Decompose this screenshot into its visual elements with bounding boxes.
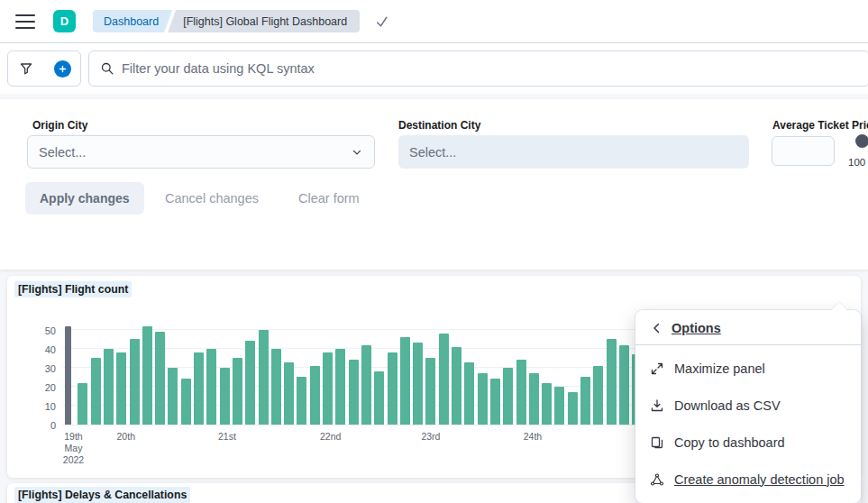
menu-header-label: Options bbox=[672, 321, 721, 335]
flight-count-bar[interactable] bbox=[310, 366, 320, 425]
flight-count-bar[interactable] bbox=[297, 377, 306, 425]
flight-count-bar[interactable] bbox=[439, 334, 449, 425]
flight-count-bar[interactable] bbox=[413, 343, 423, 425]
y-tick-label: 10 bbox=[45, 401, 56, 412]
flight-count-bar[interactable] bbox=[568, 392, 578, 425]
flight-count-bar[interactable] bbox=[91, 358, 101, 425]
flight-count-bar[interactable] bbox=[220, 368, 230, 425]
menu-item-create-anomaly-job[interactable]: Create anomaly detection job bbox=[635, 461, 861, 498]
flight-count-bar[interactable] bbox=[400, 337, 410, 425]
clear-form-button[interactable]: Clear form bbox=[298, 182, 360, 215]
flight-count-yaxis: 01020304050 bbox=[31, 317, 56, 425]
flight-count-panel-title[interactable]: [Flights] Flight count bbox=[14, 281, 132, 297]
menu-item-maximize-panel[interactable]: Maximize panel bbox=[635, 350, 861, 387]
flight-count-bar[interactable] bbox=[181, 379, 191, 425]
menu-items: Maximize panel Download as CSV Copy to d… bbox=[635, 345, 861, 498]
origin-city-label: Origin City bbox=[32, 119, 87, 132]
space-avatar-letter: D bbox=[60, 14, 69, 28]
menu-back-button[interactable]: Options bbox=[635, 310, 861, 344]
kql-search-box bbox=[88, 50, 868, 87]
flight-count-bar[interactable] bbox=[478, 373, 488, 425]
flight-count-bar[interactable] bbox=[104, 349, 114, 425]
flight-count-bar[interactable] bbox=[452, 347, 461, 425]
apply-changes-button[interactable]: Apply changes bbox=[25, 182, 144, 215]
panel-options-menu: Options Maximize panel Download as CSV C… bbox=[635, 310, 861, 503]
flight-count-bar[interactable] bbox=[142, 326, 152, 425]
flight-count-bar[interactable] bbox=[194, 352, 204, 425]
x-tick-label: 24th bbox=[524, 431, 542, 443]
flight-count-bar[interactable] bbox=[529, 373, 539, 425]
delays-panel-title[interactable]: [Flights] Delays & Cancellations bbox=[14, 487, 190, 503]
y-tick-label: 50 bbox=[45, 325, 56, 336]
destination-city-label: Destination City bbox=[398, 119, 480, 132]
chevron-left-icon bbox=[650, 321, 664, 335]
cancel-changes-button[interactable]: Cancel changes bbox=[165, 182, 259, 215]
flight-count-bar[interactable] bbox=[374, 371, 384, 425]
ml-icon bbox=[650, 472, 664, 487]
kql-search-input[interactable] bbox=[122, 61, 860, 76]
flight-count-bar[interactable] bbox=[554, 387, 564, 425]
x-tick-label: 21st bbox=[218, 431, 236, 443]
download-icon bbox=[650, 398, 664, 413]
flight-count-bar[interactable] bbox=[155, 332, 165, 425]
flight-count-bar[interactable] bbox=[580, 377, 590, 425]
x-tick-label: 19th May 2022 bbox=[63, 431, 84, 466]
top-navigation-bar: D Dashboard [Flights] Global Flight Dash… bbox=[0, 0, 868, 43]
x-tick-label: 22nd bbox=[320, 431, 341, 443]
average-ticket-price-label: Average Ticket Price bbox=[772, 119, 868, 132]
breadcrumb: Dashboard [Flights] Global Flight Dashbo… bbox=[93, 10, 360, 32]
y-tick-label: 40 bbox=[45, 344, 56, 355]
origin-city-select[interactable]: Select... bbox=[27, 135, 375, 169]
flight-count-bar[interactable] bbox=[245, 341, 255, 425]
flight-count-bar[interactable] bbox=[361, 345, 371, 425]
menu-item-download-csv[interactable]: Download as CSV bbox=[635, 387, 861, 424]
flight-count-bar[interactable] bbox=[116, 352, 126, 425]
maximize-icon bbox=[650, 361, 664, 376]
flight-count-bar[interactable] bbox=[78, 383, 87, 425]
copy-icon bbox=[650, 435, 664, 450]
flight-count-bar[interactable] bbox=[607, 339, 617, 425]
space-avatar[interactable]: D bbox=[53, 10, 76, 32]
ticket-price-min-input[interactable] bbox=[772, 136, 835, 166]
flight-count-bar[interactable] bbox=[65, 326, 71, 425]
y-tick-label: 20 bbox=[45, 382, 56, 393]
flight-count-bar[interactable] bbox=[464, 362, 474, 425]
filter-icon bbox=[19, 61, 33, 76]
flight-count-bar[interactable] bbox=[168, 368, 178, 425]
ticket-price-slider-thumb[interactable] bbox=[855, 134, 868, 148]
flight-count-bar[interactable] bbox=[233, 358, 242, 425]
x-tick-label: 20th bbox=[117, 431, 135, 443]
flight-count-bar[interactable] bbox=[619, 345, 629, 425]
flight-count-bar[interactable] bbox=[130, 339, 140, 425]
x-tick-label: 23rd bbox=[421, 431, 440, 443]
flight-count-bar[interactable] bbox=[284, 362, 294, 425]
flight-count-bar[interactable] bbox=[542, 383, 552, 425]
flight-count-bar[interactable] bbox=[516, 360, 526, 425]
breadcrumb-dashboard[interactable]: Dashboard bbox=[93, 10, 172, 32]
flight-count-bar[interactable] bbox=[503, 368, 513, 425]
flight-count-bar[interactable] bbox=[271, 349, 281, 425]
flight-count-bar[interactable] bbox=[388, 352, 397, 425]
flight-count-bar[interactable] bbox=[323, 352, 333, 425]
y-tick-label: 30 bbox=[45, 363, 56, 374]
flight-count-bar[interactable] bbox=[349, 360, 359, 425]
menu-item-copy-to-dashboard[interactable]: Copy to dashboard bbox=[635, 424, 861, 461]
dashboard-controls-panel: Origin City Destination City Average Tic… bbox=[0, 99, 868, 270]
breadcrumb-current-dashboard: [Flights] Global Flight Dashboard bbox=[168, 10, 360, 32]
flight-count-bar[interactable] bbox=[490, 379, 500, 425]
filter-button[interactable] bbox=[8, 51, 44, 86]
plus-icon bbox=[54, 60, 71, 78]
search-icon bbox=[100, 61, 114, 76]
filter-button-group bbox=[7, 50, 81, 87]
check-icon bbox=[374, 14, 389, 29]
flight-count-bar[interactable] bbox=[593, 366, 603, 425]
menu-button[interactable] bbox=[15, 14, 35, 29]
flight-count-bar[interactable] bbox=[259, 330, 269, 425]
flight-count-bar[interactable] bbox=[206, 349, 216, 425]
flight-count-bar[interactable] bbox=[335, 349, 345, 425]
unified-search-bar bbox=[0, 43, 868, 94]
add-filter-button[interactable] bbox=[44, 51, 80, 86]
ticket-price-max-value: 100 bbox=[848, 157, 865, 168]
flight-count-bar[interactable] bbox=[425, 358, 435, 425]
destination-city-select[interactable]: Select... bbox=[398, 135, 749, 169]
